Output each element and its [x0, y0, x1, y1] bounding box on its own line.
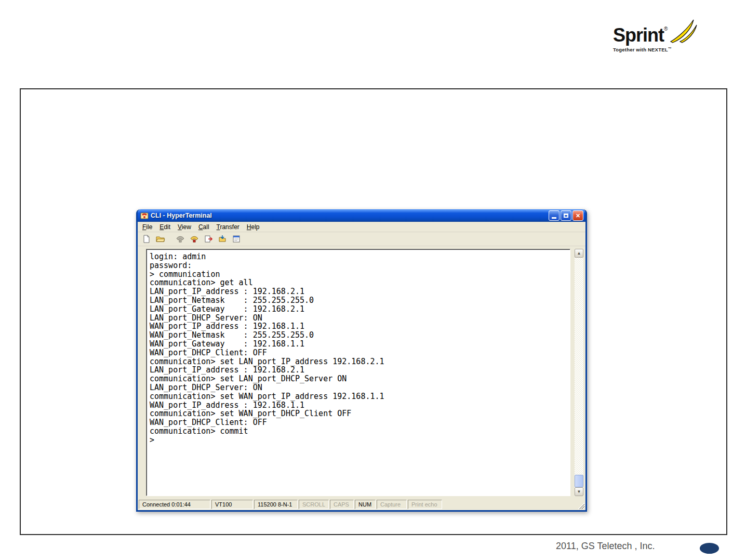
- scrollbar-track[interactable]: [575, 258, 583, 487]
- window-title: CLI - HyperTerminal: [151, 212, 549, 219]
- sprint-tagline: Together with NEXTEL™: [613, 47, 709, 52]
- close-icon: ✕: [576, 213, 580, 219]
- footer-credit: 2011, GS Teletech , Inc.: [556, 541, 655, 552]
- status-connection: Connected 0:01:44: [139, 500, 210, 509]
- send-file-icon: [204, 235, 212, 243]
- open-connection-button[interactable]: [154, 233, 167, 245]
- call-disabled-icon: [176, 235, 185, 243]
- slide-page: Sprint® Together with NEXTEL™ CLI - Hype…: [0, 0, 746, 560]
- maximize-icon: [564, 214, 568, 218]
- scrollbar-thumb[interactable]: [575, 475, 583, 487]
- status-bar: Connected 0:01:44 VT100 115200 8-N-1 SCR…: [138, 499, 585, 510]
- status-print-echo: Print echo: [408, 500, 442, 509]
- status-emulation: VT100: [211, 500, 253, 509]
- status-settings: 115200 8-N-1: [254, 500, 298, 509]
- status-spacer: [443, 500, 575, 509]
- menu-call[interactable]: Call: [195, 222, 213, 232]
- minimize-button[interactable]: [549, 210, 560, 221]
- sprint-brand-mark: ®: [664, 26, 668, 32]
- scroll-up-icon: ▲: [577, 251, 581, 256]
- maximize-button[interactable]: [561, 210, 571, 221]
- receive-file-icon: [218, 235, 227, 243]
- resize-grip[interactable]: [576, 501, 584, 509]
- receive-file-button[interactable]: [216, 233, 229, 245]
- menu-edit[interactable]: Edit: [156, 222, 174, 232]
- terminal-output[interactable]: login: admin password: > communication c…: [150, 252, 568, 445]
- scroll-up-button[interactable]: ▲: [575, 249, 583, 258]
- hyperterminal-window: CLI - HyperTerminal ✕ File Edit View Cal…: [136, 209, 587, 512]
- window-titlebar[interactable]: CLI - HyperTerminal ✕: [138, 209, 585, 222]
- vertical-scrollbar[interactable]: ▲ ▼: [575, 249, 583, 496]
- menu-bar: File Edit View Call Transfer Help: [138, 222, 585, 232]
- toolbar: [138, 232, 585, 246]
- client-area: login: admin password: > communication c…: [138, 246, 585, 499]
- sprint-brand-text: Sprint: [613, 24, 664, 46]
- menu-help[interactable]: Help: [243, 222, 263, 232]
- menu-transfer[interactable]: Transfer: [213, 222, 243, 232]
- call-button[interactable]: [188, 233, 201, 245]
- new-file-icon: [142, 235, 151, 243]
- hyperterminal-app-icon: [140, 211, 149, 220]
- menu-view[interactable]: View: [174, 222, 195, 232]
- close-button[interactable]: ✕: [572, 210, 583, 221]
- terminal-viewport[interactable]: login: admin password: > communication c…: [146, 249, 570, 496]
- open-folder-icon: [156, 235, 165, 243]
- call-phone-icon: [190, 235, 199, 243]
- scroll-down-icon: ▼: [577, 489, 581, 494]
- properties-icon: [232, 235, 241, 243]
- status-num: NUM: [355, 500, 376, 509]
- page-number-ellipse: [700, 543, 719, 554]
- call-disabled-button[interactable]: [174, 233, 186, 245]
- status-scroll: SCROLL: [299, 500, 329, 509]
- minimize-icon: [552, 217, 556, 219]
- status-capture: Capture: [377, 500, 407, 509]
- menu-file[interactable]: File: [139, 222, 156, 232]
- status-caps: CAPS: [330, 500, 354, 509]
- sprint-wing-icon: [670, 18, 698, 44]
- scroll-down-button[interactable]: ▼: [575, 487, 583, 496]
- sprint-logo: Sprint® Together with NEXTEL™: [613, 18, 709, 57]
- new-connection-button[interactable]: [140, 233, 153, 245]
- properties-button[interactable]: [230, 233, 243, 245]
- send-file-button[interactable]: [202, 233, 215, 245]
